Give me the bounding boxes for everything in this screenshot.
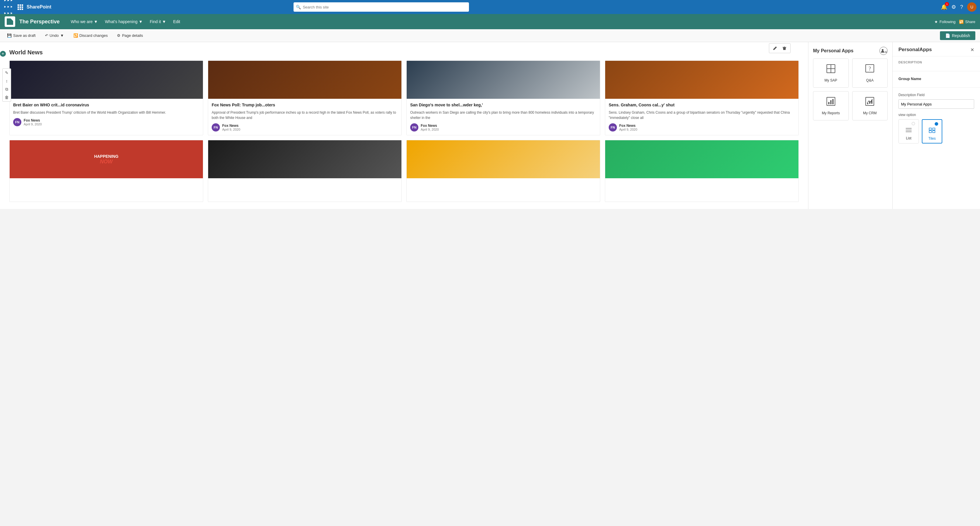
- widget-header: My Personal Apps: [813, 47, 888, 55]
- copy-icon[interactable]: ⧉: [3, 85, 11, 93]
- svg-rect-0: [18, 5, 19, 6]
- news-title-4[interactable]: Sens. Graham, Coons cal...y' shut: [609, 102, 795, 108]
- svg-rect-19: [828, 102, 829, 104]
- main-content-area: + ✎ ↕ ⧉ 🗑 World News: [0, 42, 980, 209]
- avatar[interactable]: U: [967, 2, 977, 12]
- page-area: + ✎ ↕ ⧉ 🗑 World News: [0, 42, 808, 209]
- topbar-right: 🔔 1 ⚙ ? U: [941, 2, 977, 12]
- waffle-icon[interactable]: ‣‣‣‣‣‣‣‣‣: [3, 0, 13, 17]
- widget-user-icon[interactable]: [880, 47, 888, 55]
- nav-item-edit[interactable]: Edit: [170, 17, 183, 26]
- nav-right-area: ★ Following 🔁 Share: [934, 19, 975, 24]
- news-card-body-1: Bret Baier on WHO crit...id coronavirus …: [10, 99, 203, 130]
- news-desc-2: Approval of President Trump's job perfor…: [212, 110, 398, 121]
- news-footer-3: FN Fox News April 9, 2020: [410, 123, 597, 132]
- news-card-body-2: Fox News Poll: Trump job...oters Approva…: [208, 99, 401, 135]
- app-tile-my-crm[interactable]: My CRM: [852, 91, 888, 121]
- save-draft-button[interactable]: 💾 Save as draft: [5, 32, 38, 39]
- star-icon: ★: [934, 19, 938, 24]
- nav-item-find-it[interactable]: Find it ▼: [147, 17, 169, 26]
- news-card-body-7: [407, 178, 600, 202]
- news-card-body-3: San Diego's move to shel...wder keg,' Ou…: [407, 99, 600, 135]
- save-draft-label: Save as draft: [13, 33, 36, 38]
- news-card-1: Bret Baier on WHO crit...id coronavirus …: [10, 60, 203, 135]
- edit-toolbar: 💾 Save as draft ↶ Undo ▼ 🔁 Discard chang…: [0, 29, 980, 42]
- site-logo[interactable]: [5, 16, 15, 27]
- now-text: NOW: [100, 159, 113, 165]
- news-title-3[interactable]: San Diego's move to shel...wder keg,': [410, 102, 597, 108]
- news-card-image-7: [407, 140, 600, 178]
- view-option-tiles[interactable]: Tiles: [922, 119, 942, 143]
- republish-button[interactable]: 📄 Republish: [940, 31, 975, 40]
- share-button[interactable]: 🔁 Share: [959, 19, 975, 24]
- news-desc-4: Sens. Lindsey Graham, Chris Coons and a …: [609, 110, 795, 121]
- svg-rect-8: [22, 8, 23, 10]
- news-card-6: [208, 140, 402, 202]
- undo-button[interactable]: ↶ Undo ▼: [43, 32, 66, 39]
- view-option-list[interactable]: List: [899, 119, 919, 143]
- app-tile-my-reports[interactable]: My Reports: [813, 91, 849, 121]
- crm-icon: [864, 96, 875, 109]
- close-button[interactable]: ✕: [970, 47, 974, 52]
- author-name-3: Fox News: [421, 124, 439, 128]
- news-footer-4: FN Fox News April 9, 2020: [609, 123, 795, 132]
- list-radio[interactable]: [912, 122, 915, 126]
- news-card-image-6: [208, 140, 401, 178]
- svg-rect-32: [933, 130, 935, 133]
- author-date-4: April 9, 2020: [619, 128, 637, 131]
- settings-button[interactable]: ⚙: [951, 4, 956, 10]
- author-info-2: Fox News April 9, 2020: [222, 124, 240, 131]
- site-title[interactable]: The Perspective: [19, 19, 60, 25]
- author-info-1: Fox News April 9, 2020: [24, 118, 42, 126]
- news-section: ✎ ↕ ⧉ 🗑 World News Bret Baier on WHO cri…: [0, 42, 808, 209]
- news-card-image-4: [605, 61, 799, 99]
- pencil-icon[interactable]: ✎: [3, 69, 11, 77]
- author-info-3: Fox News April 9, 2020: [421, 124, 439, 131]
- svg-rect-23: [867, 103, 868, 104]
- discard-icon: 🔁: [73, 33, 78, 38]
- nav-item-whats-happening[interactable]: What's happening ▼: [102, 17, 146, 26]
- trash-icon[interactable]: 🗑: [3, 93, 11, 102]
- tiles-option-label: Tiles: [929, 137, 936, 141]
- svg-rect-21: [832, 99, 834, 104]
- help-button[interactable]: ?: [960, 4, 963, 10]
- svg-rect-7: [19, 8, 21, 10]
- svg-text:?: ?: [869, 66, 871, 72]
- page-details-icon: ⚙: [117, 33, 121, 38]
- tiles-view-icon: [929, 127, 935, 135]
- page-details-button[interactable]: ⚙ Page details: [115, 32, 145, 39]
- app-tile-my-sap[interactable]: My SAP: [813, 59, 849, 87]
- section-edit-icon[interactable]: [771, 44, 779, 52]
- svg-rect-4: [19, 6, 21, 8]
- svg-rect-3: [18, 6, 19, 8]
- move-icon[interactable]: ↕: [3, 77, 11, 85]
- happening-text: HAPPENING: [94, 154, 118, 159]
- nav-label-whats-happening: What's happening: [105, 19, 138, 24]
- following-button[interactable]: ★ Following: [934, 19, 955, 24]
- nav-label-find-it: Find it: [150, 19, 161, 24]
- view-option-label: view option: [899, 113, 974, 117]
- news-card-3: San Diego's move to shel...wder keg,' Ou…: [406, 60, 600, 135]
- sharepoint-brand[interactable]: SharePoint: [27, 5, 51, 10]
- svg-point-10: [885, 51, 887, 53]
- news-title-1[interactable]: Bret Baier on WHO crit...id coronavirus: [13, 102, 199, 108]
- app-label-qa: Q&A: [866, 78, 873, 83]
- search-input[interactable]: [294, 2, 469, 12]
- notification-badge: 1: [945, 2, 949, 6]
- app-label-my-reports: My Reports: [822, 111, 840, 115]
- section-delete-icon[interactable]: [780, 44, 789, 52]
- nav-item-who-we-are[interactable]: Who we are ▼: [68, 17, 101, 26]
- svg-rect-5: [22, 6, 23, 8]
- news-grid-row2: HAPPENING NOW: [10, 140, 799, 202]
- app-tile-qa[interactable]: ? Q&A: [852, 59, 888, 87]
- description-field-section: Description Field view option List: [892, 89, 980, 148]
- news-title-2[interactable]: Fox News Poll: Trump job...oters: [212, 102, 398, 108]
- settings-icon: ⚙: [951, 4, 956, 10]
- notification-button[interactable]: 🔔 1: [941, 4, 947, 10]
- tiles-radio[interactable]: [935, 122, 938, 126]
- chevron-down-icon: ▼: [94, 19, 98, 24]
- description-section-title: Description: [899, 60, 974, 64]
- description-field-input[interactable]: [899, 99, 974, 109]
- waffle-icon-svg[interactable]: [17, 4, 23, 10]
- discard-button[interactable]: 🔁 Discard changes: [71, 32, 110, 39]
